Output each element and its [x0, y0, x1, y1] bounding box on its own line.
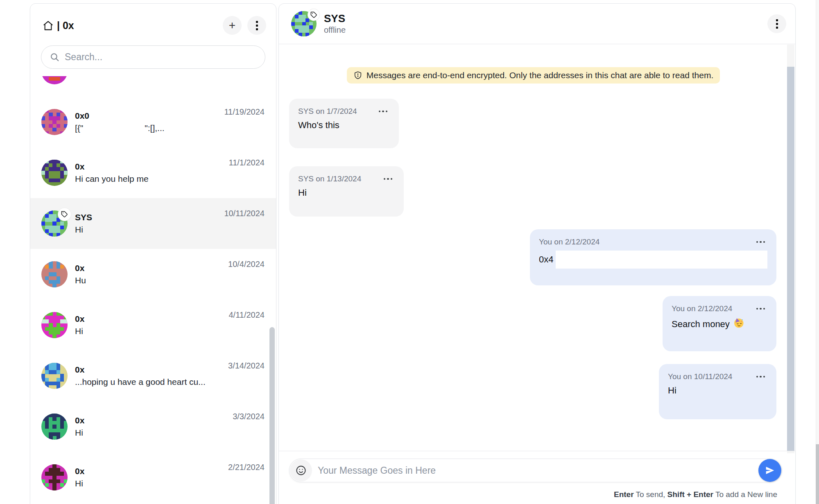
conversation-preview: Hu	[75, 276, 86, 285]
hint-segment: Shift + Enter	[667, 490, 713, 499]
shield-icon	[353, 71, 362, 80]
hint-segment: To add a New line	[713, 490, 777, 499]
smiley-icon	[295, 465, 307, 476]
kebab-icon	[776, 19, 778, 29]
chat-menu-button[interactable]	[767, 14, 786, 33]
conversation-name: SYS	[75, 211, 92, 224]
contact-avatar	[41, 464, 68, 490]
conversation-date: 11/1/2024	[229, 158, 265, 167]
sidebar: | 0x + 0x	[30, 3, 276, 504]
search-input[interactable]	[65, 52, 257, 63]
hint-segment: To send,	[634, 490, 667, 499]
composer-hint: Enter To send, Shift + Enter To add a Ne…	[614, 490, 777, 499]
message-input[interactable]	[318, 465, 758, 476]
message-author: You on 10/11/2024	[668, 372, 732, 381]
message-menu-icon[interactable]	[756, 306, 766, 312]
conversation-row[interactable]: 0x0 [{"":[],... 11/19/2024	[30, 97, 276, 147]
message-author: SYS on 1/7/2024	[298, 107, 357, 116]
message-author: You on 2/12/2024	[539, 237, 600, 246]
conversation-row[interactable]: 0x ...hoping u have a good heart cu... 3…	[30, 350, 276, 401]
conversation-row[interactable]: 0x Hi 3/3/2024	[30, 401, 276, 452]
conversation-row[interactable]: 0x Hi 4/11/2024	[30, 300, 276, 350]
message-author: SYS on 1/13/2024	[298, 174, 361, 183]
send-button[interactable]	[758, 459, 781, 482]
conversation-preview: Hi	[75, 225, 83, 234]
hint-segment: Enter	[614, 490, 634, 499]
emoji-picker-button[interactable]	[290, 459, 312, 481]
conversation-preview: Hi	[75, 479, 83, 488]
conversation-name: 0x	[75, 414, 84, 427]
conversation-preview: ...hoping u have a good heart cu...	[75, 377, 206, 386]
message-text: Hi	[668, 385, 676, 396]
message-menu-icon[interactable]	[756, 240, 766, 245]
chat-panel: SYS offline Messages are end-to-end encr…	[278, 3, 796, 504]
messenger-app: | 0x + 0x	[0, 0, 819, 504]
message-bubble: SYS on 1/7/2024 Who's this	[289, 99, 399, 148]
conversation-row[interactable]: 0x	[30, 76, 276, 97]
conversation-date: 2/21/2024	[228, 463, 265, 472]
message-text: Who's this	[298, 120, 339, 131]
home-icon[interactable]	[43, 20, 54, 31]
conversation-name: 0x0	[75, 110, 165, 122]
search-bar	[41, 45, 265, 69]
conversation-list: 0x 0x0 [{"":[],... 11/19/2024 0x Hi can …	[30, 76, 276, 504]
message-bubble: You on 10/11/2024 Hi	[659, 364, 776, 419]
conversation-name: 0x	[75, 262, 86, 274]
message-menu-icon[interactable]	[378, 109, 389, 114]
message-bubble: You on 2/12/2024 Search money	[663, 296, 776, 351]
conversation-date: 11/19/2024	[224, 107, 265, 117]
kebab-icon	[256, 21, 258, 30]
conversation-name: 0x	[75, 364, 206, 376]
sidebar-header: | 0x +	[30, 4, 276, 35]
conversation-preview: Hi	[75, 326, 83, 336]
message-text: Hi	[298, 188, 307, 198]
message-menu-icon[interactable]	[383, 176, 394, 182]
sidebar-scrollbar-thumb[interactable]	[269, 327, 275, 504]
contact-avatar	[41, 363, 68, 389]
message-author: You on 2/12/2024	[672, 304, 732, 313]
plus-icon: +	[229, 20, 235, 31]
chat-scrollbar-thumb[interactable]	[787, 67, 794, 451]
tag-badge-icon	[58, 208, 71, 221]
encryption-banner: Messages are end-to-end encrypted. Only …	[347, 67, 720, 84]
conversation-row[interactable]: 0x Hi 2/21/2024	[30, 452, 276, 503]
conversation-row[interactable]: SYS Hi 10/11/2024	[30, 198, 276, 249]
message-menu-icon[interactable]	[756, 374, 766, 380]
conversation-date: 3/3/2024	[233, 412, 265, 421]
sidebar-menu-button[interactable]	[247, 16, 266, 35]
conversation-name: 0x	[75, 465, 84, 477]
new-chat-button[interactable]: +	[223, 16, 242, 35]
contact-avatar	[41, 109, 68, 135]
contact-avatar	[41, 210, 68, 237]
tag-badge-icon	[308, 9, 319, 20]
conversation-date: 10/4/2024	[228, 260, 265, 269]
send-icon	[765, 465, 775, 476]
message-text: Search money	[672, 319, 730, 330]
conversation-row[interactable]: 0x Hu 10/4/2024	[30, 249, 276, 300]
conversation-name: 0x	[75, 313, 84, 325]
window-scrollbar-track	[816, 0, 819, 504]
window-scrollbar-thumb[interactable]	[816, 444, 819, 504]
contact-avatar	[41, 160, 68, 186]
conversation-date: 10/11/2024	[224, 209, 265, 218]
search-icon	[50, 52, 60, 62]
conversation-preview: Hi	[75, 428, 83, 437]
message-bubble: SYS on 1/13/2024 Hi	[289, 166, 404, 217]
conversation-preview: Hi can you help me	[75, 174, 149, 183]
contact-avatar	[41, 76, 68, 84]
chat-avatar	[291, 11, 317, 36]
conversation-name: 0x	[75, 160, 149, 173]
composer	[289, 459, 782, 482]
contact-avatar	[41, 261, 68, 287]
conversation-row[interactable]: 0x Hi can you help me 11/1/2024	[30, 147, 276, 198]
conversation-date: 3/14/2024	[228, 361, 265, 371]
workspace-title: | 0x	[57, 20, 74, 32]
partying-face-emoji	[733, 317, 744, 331]
contact-avatar	[41, 312, 68, 338]
conversation-preview: [{"	[75, 123, 83, 133]
chat-title: SYS	[324, 12, 346, 25]
message-text: 0x4	[539, 254, 553, 265]
conversation-date: 4/11/2024	[229, 310, 265, 320]
encryption-banner-text: Messages are end-to-end encrypted. Only …	[367, 70, 713, 80]
contact-avatar	[41, 414, 68, 440]
